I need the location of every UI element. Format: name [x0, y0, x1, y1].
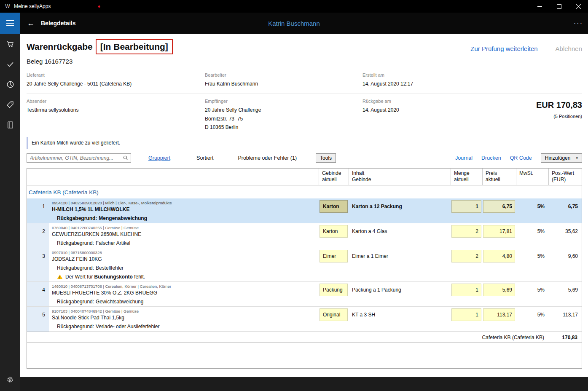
column-header-gebinde[interactable]: Gebindeaktuell	[319, 169, 349, 185]
field-bearbeiter: Bearbeiter Frau Katrin Buschmann	[205, 72, 362, 88]
window-title: Meine sellyApps	[14, 3, 51, 9]
more-button[interactable]: ···	[574, 19, 583, 27]
gebinde-cell[interactable]: Packung	[320, 284, 348, 296]
column-header-inhalt[interactable]: InhaltGebinde	[349, 169, 451, 185]
search-box	[27, 153, 131, 163]
return-reason-row: Rückgabegrund: Mengenabweichung	[27, 214, 582, 223]
menu-button[interactable]	[0, 13, 20, 34]
field-empfaenger: Empfänger 20 Jahre Selly Challenge Borni…	[205, 99, 362, 131]
search-input[interactable]	[30, 155, 123, 161]
back-button[interactable]: ←	[25, 19, 36, 28]
table-row[interactable]: 5 9107103 | 04004074846942 | Gemüse | Ge…	[27, 307, 582, 323]
table-row[interactable]: 2 0769040 | 04012200740255 | Gemüse | Ge…	[27, 223, 582, 239]
row-number: 4	[27, 282, 49, 298]
sidebar-item-cart[interactable]	[0, 34, 20, 54]
dropdown-chevron-icon: ▾	[576, 156, 578, 160]
field-value: Frau Katrin Buschmann	[205, 80, 362, 88]
article-cell: 0769040 | 04012200740255 | Gemüse | Gemü…	[49, 223, 319, 239]
row-number: 3	[27, 248, 49, 264]
poswert-cell: 9,60	[548, 248, 582, 264]
sidebar-item-statistics[interactable]	[0, 74, 20, 94]
search-icon[interactable]	[123, 155, 129, 161]
drucken-link[interactable]: Drucken	[481, 155, 501, 161]
return-reason-label: Rückgabegrund:	[57, 240, 94, 246]
reject-button[interactable]: Ablehnen	[556, 45, 582, 52]
filter-gruppiert[interactable]: Gruppiert	[148, 155, 170, 161]
article-cell: 0954120 | 04025839012020 | Milch | Eier-…	[49, 198, 319, 214]
field-label: Erstellt am	[362, 72, 489, 78]
checkmark-icon	[6, 60, 15, 69]
row-number: 1	[27, 198, 49, 214]
menge-cell[interactable]: 2	[451, 225, 481, 238]
sidebar-item-catalog[interactable]	[0, 115, 20, 135]
warning-icon	[57, 274, 63, 280]
pie-chart-icon	[6, 80, 15, 89]
mwst-cell: 5%	[516, 307, 548, 323]
return-reason-label: Rückgabegrund:	[57, 215, 97, 221]
forward-for-review-button[interactable]: Zur Prüfung weiterleiten	[470, 45, 537, 52]
gebinde-cell[interactable]: Eimer	[320, 250, 348, 262]
return-reason-row: Rückgabegrund: Verlade- oder Auslieferfe…	[27, 323, 582, 332]
user-name[interactable]: Katrin Buschmann	[268, 20, 320, 27]
document-total: EUR 170,83 (5 Positionen)	[489, 99, 582, 131]
field-value: 14. August 2020	[362, 106, 489, 114]
sidebar-item-settings[interactable]	[0, 370, 20, 390]
menge-cell[interactable]: 1	[451, 284, 481, 296]
table-footer: Cafeteria KB (Cafeteria KB) 170,83	[27, 332, 582, 343]
menge-cell[interactable]: 2	[451, 250, 481, 262]
footer-total: 170,83	[548, 332, 582, 343]
return-reason-value: Verlade- oder Auslieferfehler	[96, 324, 159, 329]
qr-code-link[interactable]: QR Code	[510, 155, 532, 161]
inhalt-cell: Karton a 12 Packung	[349, 198, 451, 214]
sidebar	[0, 34, 20, 391]
article-meta: 0954120 | 04025839012020 | Milch | Eier-…	[52, 201, 319, 205]
poswert-cell: 113,17	[548, 307, 582, 323]
article-name: Sal.Noodle Stick Pad Thai 1,5kg	[52, 315, 319, 321]
document-info: Lieferant 20 Jahre Selly Challenge - 501…	[27, 72, 582, 132]
tools-button[interactable]: Tools	[316, 153, 336, 163]
preis-cell[interactable]: 113,17	[483, 308, 515, 321]
table-row[interactable]: 1 0954120 | 04025839012020 | Milch | Eie…	[27, 198, 582, 214]
appbar: ← Belegdetails Katrin Buschmann ···	[0, 13, 588, 34]
hinzufuegen-button[interactable]: Hinzufügen ▾	[541, 153, 582, 163]
menge-cell[interactable]: 1	[451, 308, 481, 321]
article-meta: 1460010 | 04008713701708 | Cerealien, Kö…	[52, 284, 319, 289]
maximize-button[interactable]	[549, 0, 569, 13]
tag-icon	[6, 100, 15, 109]
sidebar-item-tasks[interactable]	[0, 54, 20, 74]
field-rueckgabe-am: Rückgabe am 14. August 2020	[362, 99, 489, 131]
article-meta: 9107103 | 04004074846942 | Gemüse | Gemü…	[52, 309, 319, 313]
filter-sortiert[interactable]: Sortiert	[196, 155, 213, 161]
note-text: Ein Karton Milch wurde zu viel geliefert…	[32, 140, 120, 146]
minimize-button[interactable]	[530, 0, 549, 13]
field-lieferant: Lieferant 20 Jahre Selly Challenge - 501…	[27, 72, 205, 88]
table-row[interactable]: 4 1460010 | 04008713701708 | Cerealien, …	[27, 282, 582, 298]
table-row[interactable]: 3 0997010 | 08715800000328 JODSALZ FEIN …	[27, 248, 582, 264]
field-value: Testfirma sellysolutions	[27, 106, 205, 114]
column-header-preis[interactable]: Preisaktuell	[482, 169, 516, 185]
preis-cell[interactable]: 17,81	[483, 225, 515, 238]
article-cell: 9107103 | 04004074846942 | Gemüse | Gemü…	[49, 307, 319, 323]
column-header-menge[interactable]: Mengeaktuell	[451, 169, 482, 185]
inhalt-cell: Karton a 4 Glas	[349, 223, 451, 239]
article-meta: 0769040 | 04012200740255 | Gemüse | Gemü…	[52, 225, 319, 230]
gebinde-cell[interactable]: Karton	[320, 200, 348, 213]
column-header-poswert[interactable]: Pos.-Wert(EUR)	[548, 169, 582, 185]
field-label: Rückgabe am	[362, 99, 489, 104]
sidebar-item-offers[interactable]	[0, 94, 20, 115]
close-button[interactable]	[569, 0, 588, 13]
preis-cell[interactable]: 5,69	[483, 284, 515, 296]
preis-cell[interactable]: 6,75	[483, 200, 515, 213]
article-cell: 1460010 | 04008713701708 | Cerealien, Kö…	[49, 282, 319, 298]
gebinde-cell[interactable]: Karton	[320, 225, 348, 238]
field-absender: Absender Testfirma sellysolutions	[27, 99, 205, 131]
column-header-mwst[interactable]: MwSt.	[516, 169, 548, 185]
return-reason-label: Rückgabegrund:	[57, 324, 94, 329]
filter-probleme[interactable]: Probleme oder Fehler (1)	[238, 155, 297, 161]
mwst-cell: 5%	[516, 198, 548, 214]
menge-cell[interactable]: 1	[451, 200, 481, 213]
field-value: 14. August 2020 12:17	[362, 80, 489, 88]
preis-cell[interactable]: 4,80	[483, 250, 515, 262]
journal-link[interactable]: Journal	[455, 155, 473, 161]
gebinde-cell[interactable]: Original	[320, 308, 348, 321]
